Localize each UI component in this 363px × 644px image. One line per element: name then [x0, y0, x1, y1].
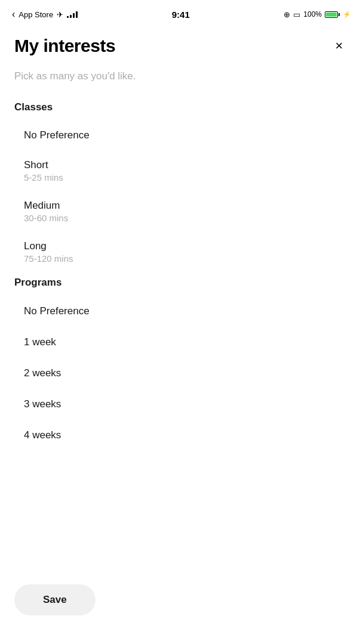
programs-1week-item[interactable]: 1 week [0, 327, 363, 358]
classes-no-pref-title: No Preference [24, 129, 349, 142]
status-right: ⊕ ▭ 100% ⚡ [284, 10, 351, 19]
save-button[interactable]: Save [14, 584, 96, 615]
page-subtitle: Pick as many as you'd like. [0, 66, 363, 97]
status-left: ‹ App Store ✈ [12, 9, 78, 20]
classes-medium-subtitle: 30-60 mins [24, 213, 349, 223]
classes-long-title: Long [24, 240, 349, 253]
programs-section-label: Programs [0, 272, 363, 296]
programs-4weeks-item[interactable]: 4 weeks [0, 420, 363, 451]
classes-medium-item[interactable]: Medium 30-60 mins [0, 191, 363, 231]
programs-1week-title: 1 week [24, 336, 349, 348]
battery-percent: 100% [303, 10, 322, 18]
programs-2weeks-item[interactable]: 2 weeks [0, 358, 363, 389]
classes-no-pref-item[interactable]: No Preference [0, 120, 363, 150]
programs-3weeks-title: 3 weeks [24, 398, 349, 410]
programs-no-pref-item[interactable]: No Preference [0, 296, 363, 327]
close-button[interactable]: × [330, 36, 349, 55]
classes-long-subtitle: 75-120 mins [24, 253, 349, 264]
classes-section-label: Classes [0, 97, 363, 120]
page-title: My interests [14, 36, 115, 56]
save-button-container: Save [14, 584, 96, 615]
app-store-label: App Store [19, 10, 53, 19]
programs-4weeks-title: 4 weeks [24, 429, 349, 441]
signal-bars-icon [67, 11, 78, 18]
airplane-icon: ✈ [57, 10, 63, 19]
classes-short-title: Short [24, 159, 349, 172]
programs-no-pref-title: No Preference [24, 305, 349, 317]
classes-section: Classes No Preference Short 5-25 mins Me… [0, 97, 363, 272]
cast-icon: ▭ [293, 10, 300, 19]
programs-section: Programs No Preference 1 week 2 weeks 3 … [0, 272, 363, 451]
classes-short-item[interactable]: Short 5-25 mins [0, 150, 363, 191]
page-header: My interests × [0, 26, 363, 66]
classes-long-item[interactable]: Long 75-120 mins [0, 231, 363, 272]
programs-3weeks-item[interactable]: 3 weeks [0, 389, 363, 420]
back-arrow-icon: ‹ [12, 9, 15, 20]
status-bar: ‹ App Store ✈ 9:41 ⊕ ▭ 100% ⚡ [0, 0, 363, 26]
classes-short-subtitle: 5-25 mins [24, 172, 349, 182]
classes-medium-title: Medium [24, 199, 349, 212]
battery-icon [325, 11, 340, 18]
charging-icon: ⚡ [343, 11, 351, 18]
programs-2weeks-title: 2 weeks [24, 367, 349, 379]
status-time: 9:41 [172, 10, 190, 20]
location-icon: ⊕ [284, 10, 290, 19]
